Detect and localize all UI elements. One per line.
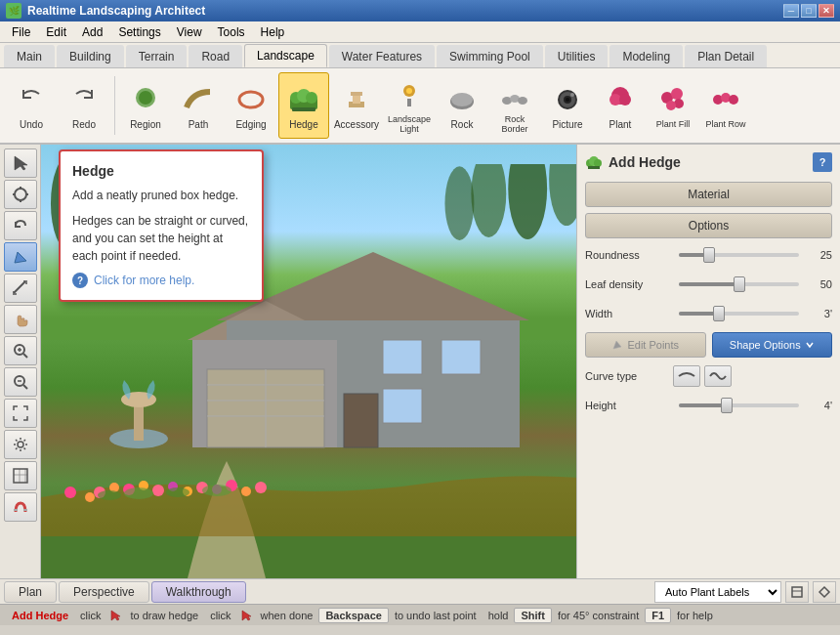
view-icon2 bbox=[818, 585, 831, 599]
rock-button[interactable]: Rock bbox=[437, 72, 487, 139]
pan-tool[interactable] bbox=[4, 180, 37, 209]
tab-modeling[interactable]: Modeling bbox=[609, 45, 683, 67]
plant-button[interactable]: Plant bbox=[595, 72, 646, 139]
edit-points-icon bbox=[611, 339, 623, 351]
zoom-out-tool[interactable] bbox=[4, 367, 37, 397]
svg-point-23 bbox=[570, 93, 574, 97]
statusbar: Add Hedge click to draw hedge click when… bbox=[0, 604, 840, 625]
leaf-density-track[interactable] bbox=[679, 282, 799, 286]
status-shift-key: Shift bbox=[514, 608, 551, 623]
menu-settings[interactable]: Settings bbox=[110, 23, 168, 41]
rotate-tool[interactable] bbox=[4, 211, 37, 240]
tooltip-help-link[interactable]: ? Click for more help. bbox=[72, 273, 250, 288]
roundness-thumb[interactable] bbox=[703, 247, 715, 263]
view-dropdown[interactable]: Auto Plant Labels Show All Labels Hide A… bbox=[654, 581, 781, 603]
edit-points-button[interactable]: Edit Points bbox=[585, 332, 706, 358]
height-track[interactable] bbox=[679, 403, 799, 407]
height-thumb[interactable] bbox=[721, 398, 733, 413]
curve-type-btn2[interactable] bbox=[704, 365, 732, 387]
select-tool[interactable] bbox=[4, 148, 37, 178]
svg-point-37 bbox=[18, 442, 23, 447]
svg-point-65 bbox=[152, 485, 164, 496]
menu-view[interactable]: View bbox=[169, 23, 210, 41]
redo-button[interactable]: Redo bbox=[59, 72, 109, 139]
tab-main[interactable]: Main bbox=[4, 45, 55, 67]
svg-point-68 bbox=[64, 487, 76, 498]
shape-options-button[interactable]: Shape Options bbox=[712, 332, 833, 358]
undo-icon bbox=[14, 82, 49, 117]
magnet-tool[interactable] bbox=[4, 492, 37, 522]
menu-edit[interactable]: Edit bbox=[38, 23, 74, 41]
leaf-density-thumb[interactable] bbox=[734, 276, 745, 292]
landscape-light-button[interactable]: Landscape Light bbox=[384, 72, 435, 139]
menu-tools[interactable]: Tools bbox=[210, 23, 253, 41]
edging-button[interactable]: Edging bbox=[226, 72, 276, 139]
rock-border-button[interactable]: Rock Border bbox=[489, 72, 540, 139]
canvas-area[interactable]: Hedge Add a neatly pruned box hedge. Hed… bbox=[41, 145, 576, 578]
tooltip-title: Hedge bbox=[72, 163, 250, 179]
tab-road[interactable]: Road bbox=[189, 45, 242, 67]
width-row: Width 3' bbox=[585, 303, 832, 324]
width-label: Width bbox=[585, 308, 673, 319]
width-track[interactable] bbox=[679, 312, 799, 316]
path-button[interactable]: Path bbox=[173, 72, 224, 139]
status-step2-post: when done bbox=[255, 610, 319, 621]
tab-swimming-pool[interactable]: Swimming Pool bbox=[437, 45, 543, 67]
rock-border-label: Rock Border bbox=[492, 114, 537, 134]
svg-rect-53 bbox=[441, 340, 481, 374]
fullscreen-tool[interactable] bbox=[4, 399, 37, 428]
picture-label: Picture bbox=[552, 119, 582, 130]
grid-tool[interactable] bbox=[4, 461, 37, 490]
menu-add[interactable]: Add bbox=[74, 23, 110, 41]
edit-points-label: Edit Points bbox=[627, 339, 679, 351]
tab-building[interactable]: Building bbox=[57, 45, 124, 67]
hedge-button[interactable]: Hedge bbox=[278, 72, 329, 139]
rock-icon bbox=[444, 82, 480, 117]
curve-type-btn1[interactable] bbox=[673, 365, 700, 387]
plant-row-button[interactable]: Plant Row bbox=[700, 72, 751, 139]
app-icon: 🌿 bbox=[6, 3, 21, 19]
view-btn2[interactable] bbox=[813, 581, 836, 603]
undo-button[interactable]: Undo bbox=[6, 72, 57, 139]
menu-file[interactable]: File bbox=[4, 23, 38, 41]
material-button[interactable]: Material bbox=[585, 182, 832, 207]
height-row: Height 4' bbox=[585, 395, 832, 416]
tab-utilities[interactable]: Utilities bbox=[545, 45, 609, 67]
menu-help[interactable]: Help bbox=[253, 23, 293, 41]
tab-perspective[interactable]: Perspective bbox=[59, 581, 149, 603]
edging-label: Edging bbox=[235, 119, 266, 130]
settings-tool[interactable] bbox=[4, 430, 37, 459]
hand-tool[interactable] bbox=[4, 305, 37, 334]
status-hold: hold bbox=[483, 610, 515, 621]
path-icon bbox=[181, 82, 216, 117]
height-value: 4' bbox=[805, 400, 832, 411]
panel-help-button[interactable]: ? bbox=[813, 152, 832, 172]
measure-tool[interactable] bbox=[4, 274, 37, 303]
picture-button[interactable]: Picture bbox=[542, 72, 593, 139]
plant-fill-label: Plant Fill bbox=[656, 119, 691, 129]
hedge-panel-icon bbox=[585, 153, 603, 171]
tab-plan[interactable]: Plan bbox=[4, 581, 57, 603]
minimize-button[interactable]: ─ bbox=[783, 4, 799, 18]
status-f1-key: F1 bbox=[645, 608, 671, 623]
tab-water-features[interactable]: Water Features bbox=[329, 45, 435, 67]
tab-terrain[interactable]: Terrain bbox=[126, 45, 188, 67]
accessory-button[interactable]: Accessory bbox=[331, 72, 382, 139]
tab-plan-detail[interactable]: Plan Detail bbox=[685, 45, 767, 67]
zoom-in-tool[interactable] bbox=[4, 336, 37, 365]
width-thumb[interactable] bbox=[713, 306, 725, 321]
maximize-button[interactable]: □ bbox=[801, 4, 817, 18]
options-button[interactable]: Options bbox=[585, 213, 832, 238]
draw-tool[interactable] bbox=[4, 242, 37, 272]
svg-point-84 bbox=[594, 159, 602, 167]
region-button[interactable]: Region bbox=[120, 72, 171, 139]
panel-title: Add Hedge bbox=[585, 153, 681, 171]
close-button[interactable]: ✕ bbox=[819, 4, 834, 18]
garden-scene[interactable]: Hedge Add a neatly pruned box hedge. Hed… bbox=[41, 145, 576, 578]
svg-point-73 bbox=[241, 487, 251, 496]
tab-landscape[interactable]: Landscape bbox=[244, 44, 327, 67]
roundness-track[interactable] bbox=[679, 253, 799, 257]
view-btn1[interactable] bbox=[785, 581, 809, 603]
tab-walkthrough[interactable]: Walkthrough bbox=[151, 581, 246, 603]
plant-fill-button[interactable]: Plant Fill bbox=[648, 72, 698, 139]
